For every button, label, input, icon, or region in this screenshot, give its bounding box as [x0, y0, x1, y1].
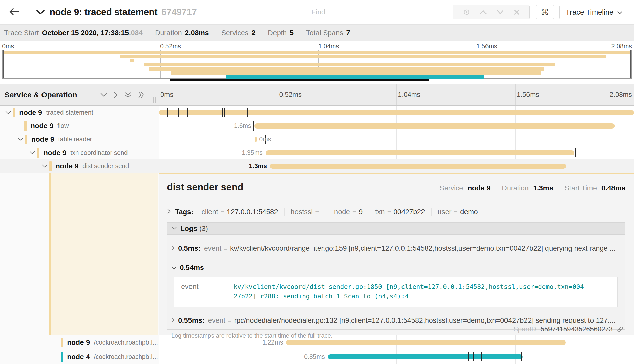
log-marker-tick — [285, 162, 285, 171]
minimap-right-handle[interactable] — [630, 50, 631, 78]
collapse-one-icon[interactable] — [100, 92, 108, 98]
service-name: node 9 — [31, 122, 53, 130]
minimap-span-bar — [130, 59, 134, 62]
log-marker-tick — [227, 108, 227, 117]
log-marker-tick — [484, 352, 484, 361]
service-color-chip — [13, 108, 15, 117]
minimap-span-bar — [144, 63, 555, 66]
minimap-tick-labels: 0ms 0.52ms 1.04ms 1.56ms 2.08ms — [2, 42, 632, 49]
span-name-cell[interactable]: node 9dist sender send — [0, 159, 159, 173]
trace-collapse-icon[interactable] — [36, 9, 45, 15]
operation-name: txn coordinator send — [70, 149, 128, 156]
log-entry[interactable]: 0.5ms: event = kv/kvclient/kvcoord/range… — [171, 244, 620, 252]
tag-pill: client=127.0.0.1:54582 — [196, 208, 285, 216]
back-button[interactable] — [0, 0, 28, 24]
trace-title-group: node 9: traced statement 6749717 — [36, 7, 197, 17]
chevron-right-icon — [171, 316, 175, 325]
summary-depth: Depth 5 — [262, 29, 300, 37]
minimap-scrub-indicator[interactable] — [170, 79, 429, 81]
tag-pill: node=9 — [328, 208, 369, 216]
span-name-cell[interactable]: node 9/cockroach.roachpb.I... — [0, 335, 159, 350]
minimap-left-handle[interactable] — [3, 50, 4, 78]
logs-header[interactable]: Logs (3) — [167, 223, 625, 235]
span-detail-meta: Service:node 9 Duration:1.3ms Start Time… — [439, 184, 625, 192]
expander-chevron-icon[interactable] — [17, 137, 23, 141]
operation-name: /cockroach.roachpb.I... — [94, 339, 158, 346]
span-id-row: SpanID: 5597415943526560273 — [513, 325, 624, 333]
log-timestamp: 0.55ms: — [178, 316, 204, 325]
log-marker-tick — [334, 352, 334, 361]
trace-summary-bar: Trace Start October 15 2020, 17:38:15 .0… — [0, 25, 634, 41]
span-duration-bar[interactable] — [270, 164, 566, 169]
span-timeline-cell: 0ms — [159, 133, 634, 146]
span-duration-bar[interactable] — [254, 123, 615, 129]
span-row[interactable]: node 9txn coordinator send1.35ms — [0, 146, 634, 159]
span-duration-bar[interactable] — [255, 137, 257, 142]
span-name-cell[interactable]: node 9flow — [0, 119, 159, 133]
find-tools — [453, 5, 529, 19]
tag-pill: hostssl= — [285, 208, 328, 216]
minimap-span-bar — [120, 55, 606, 58]
trace-timeline-page: node 9: traced statement 6749717 — [0, 0, 634, 364]
log-marker-tick — [521, 352, 522, 361]
operation-name: /cockroach.roachpb.I... — [94, 353, 158, 360]
span-row[interactable]: node 4/cockroach.roachpb.I...0.85ms — [0, 350, 634, 364]
span-name-cell[interactable]: node 9table reader — [0, 133, 159, 146]
span-duration-bar[interactable] — [286, 340, 566, 345]
tags-row[interactable]: Tags: client=127.0.0.1:54582hostssl=node… — [167, 206, 484, 218]
span-row[interactable]: node 9flow1.6ms — [0, 119, 634, 133]
log-marker-tick — [622, 108, 622, 117]
operation-name: dist sender send — [82, 162, 129, 170]
chevron-down-icon — [171, 264, 177, 272]
span-duration-bar[interactable] — [266, 150, 574, 155]
keyboard-shortcuts-button[interactable]: ⌘ — [536, 5, 554, 19]
chevron-right-icon — [171, 244, 175, 252]
expander-chevron-icon[interactable] — [41, 164, 48, 168]
timeline-ticks-header: 0ms 0.52ms 1.04ms 1.56ms 2.08ms — [159, 84, 634, 105]
log-entry-expanded-header[interactable]: 0.54ms — [171, 264, 620, 272]
trace-minimap[interactable] — [2, 50, 632, 79]
log-marker-tick — [258, 135, 258, 144]
expand-one-icon[interactable] — [113, 91, 119, 99]
span-name-cell[interactable]: node 9txn coordinator send — [0, 146, 159, 159]
span-row[interactable]: node 9table reader0ms — [0, 133, 634, 146]
tag-pill: txn=00427b22 — [369, 208, 432, 216]
span-row[interactable]: node 9dist sender send1.3ms — [0, 159, 634, 173]
span-timeline-cell: 1.3ms — [159, 159, 634, 173]
column-resizer-handle[interactable] — [153, 97, 156, 103]
span-duration-bar[interactable] — [328, 354, 523, 359]
trace-id: 6749717 — [161, 7, 197, 17]
log-marker-tick — [283, 162, 283, 171]
span-row[interactable]: node 9traced statement — [0, 106, 634, 119]
log-marker-tick — [187, 108, 188, 117]
next-match-icon[interactable] — [496, 9, 504, 15]
span-name-cell[interactable]: node 9traced statement — [0, 106, 159, 119]
trace-view-dropdown[interactable]: Trace Timeline — [559, 5, 628, 19]
focus-match-icon[interactable] — [463, 8, 470, 16]
log-marker-tick — [176, 108, 176, 117]
span-name-cell[interactable]: node 4/cockroach.roachpb.I... — [0, 350, 159, 364]
prev-match-icon[interactable] — [479, 9, 487, 15]
span-timeline-cell: 1.35ms — [159, 146, 634, 159]
log-marker-tick — [178, 108, 179, 117]
top-bar: node 9: traced statement 6749717 — [0, 0, 634, 25]
log-marker-tick — [167, 108, 168, 117]
span-timeline-cell: 1.6ms — [159, 119, 634, 133]
span-duration-label: 1.35ms — [242, 146, 266, 159]
log-timestamp: 0.54ms — [180, 264, 204, 272]
expander-chevron-icon[interactable] — [5, 110, 11, 115]
log-entry[interactable]: 0.55ms: event = rpc/nodedialer/nodediale… — [171, 316, 620, 325]
operation-name: traced statement — [46, 109, 93, 116]
clear-search-icon[interactable] — [513, 9, 520, 15]
expand-all-icon[interactable] — [137, 91, 145, 99]
find-input[interactable] — [306, 5, 453, 19]
deep-link-icon[interactable] — [616, 326, 624, 333]
collapse-all-icon[interactable] — [124, 91, 132, 99]
minimap-span-bar — [226, 75, 484, 79]
detail-name-column[interactable] — [49, 173, 158, 335]
span-duration-label: 1.6ms — [234, 119, 254, 133]
detail-content: dist sender send Service:node 9 Duration… — [164, 173, 625, 335]
expander-chevron-icon[interactable] — [29, 151, 35, 155]
chevron-down-icon — [171, 226, 177, 231]
log-marker-tick — [478, 352, 478, 361]
